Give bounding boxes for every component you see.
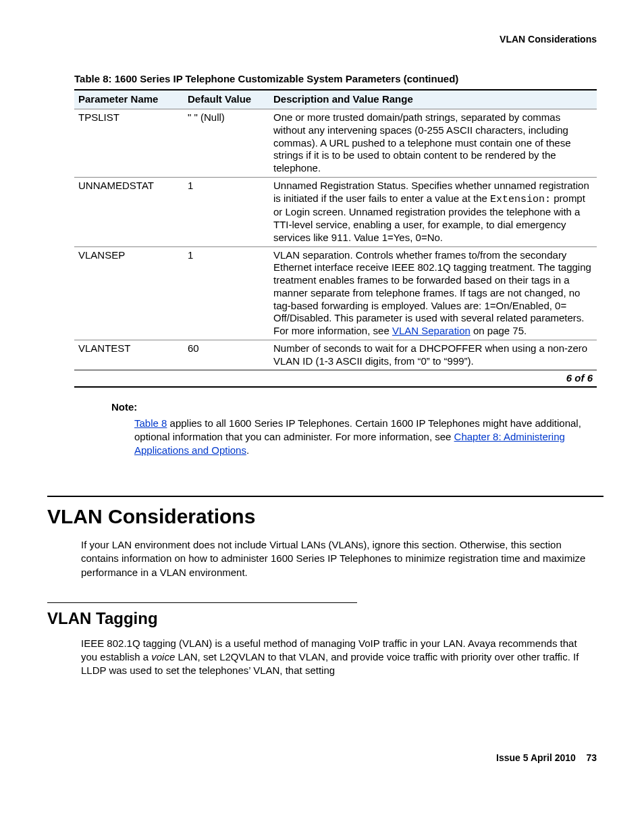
cell-default: 1 xyxy=(184,177,269,246)
parameters-table: Parameter Name Default Value Description… xyxy=(74,89,597,370)
cell-default: 1 xyxy=(184,246,269,340)
th-description: Description and Value Range xyxy=(269,90,597,109)
cell-desc: Unnamed Registration Status. Specifies w… xyxy=(269,177,597,246)
cell-param: UNNAMEDSTAT xyxy=(74,177,184,246)
table-row: VLANSEP 1 VLAN separation. Controls whet… xyxy=(74,246,597,340)
cell-desc: One or more trusted domain/path strings,… xyxy=(269,109,597,178)
table-8-link[interactable]: Table 8 xyxy=(134,417,167,429)
section-divider xyxy=(47,496,603,497)
subsection-heading-vlan-tagging: VLAN Tagging xyxy=(47,608,603,629)
note-body: Table 8 applies to all 1600 Series IP Te… xyxy=(134,417,590,458)
note-label: Note: xyxy=(111,401,590,414)
table-caption: Table 8: 1600 Series IP Telephone Custom… xyxy=(74,73,597,86)
footer-issue: Issue 5 April 2010 xyxy=(496,752,576,763)
vlan-separation-link[interactable]: VLAN Separation xyxy=(392,325,471,336)
section-paragraph: If your LAN environment does not include… xyxy=(81,538,590,579)
table-foot-pagination: 6 of 6 xyxy=(74,370,597,388)
cell-default: 60 xyxy=(184,340,269,370)
cell-default: " " (Null) xyxy=(184,109,269,178)
th-default-value: Default Value xyxy=(184,90,269,109)
page-footer: Issue 5 April 2010 73 xyxy=(41,752,597,764)
cell-param: VLANSEP xyxy=(74,246,184,340)
parameters-table-area: Table 8: 1600 Series IP Telephone Custom… xyxy=(74,73,597,388)
code-text: Extension: xyxy=(490,194,551,205)
note-block: Note: Table 8 applies to all 1600 Series… xyxy=(111,401,590,458)
subsection-divider xyxy=(47,602,357,603)
subsection-paragraph: IEEE 802.1Q tagging (VLAN) is a useful m… xyxy=(81,637,590,678)
cell-desc: VLAN separation. Controls whether frames… xyxy=(269,246,597,340)
emphasis-voice: voice xyxy=(151,651,175,662)
table-row: VLANTEST 60 Number of seconds to wait fo… xyxy=(74,340,597,370)
cell-param: TPSLIST xyxy=(74,109,184,178)
running-header: VLAN Considerations xyxy=(41,34,597,46)
footer-page-number: 73 xyxy=(586,752,597,763)
table-row: UNNAMEDSTAT 1 Unnamed Registration Statu… xyxy=(74,177,597,246)
cell-desc: Number of seconds to wait for a DHCPOFFE… xyxy=(269,340,597,370)
section-heading-vlan-considerations: VLAN Considerations xyxy=(47,504,603,529)
table-row: TPSLIST " " (Null) One or more trusted d… xyxy=(74,109,597,178)
cell-param: VLANTEST xyxy=(74,340,184,370)
th-parameter-name: Parameter Name xyxy=(74,90,184,109)
